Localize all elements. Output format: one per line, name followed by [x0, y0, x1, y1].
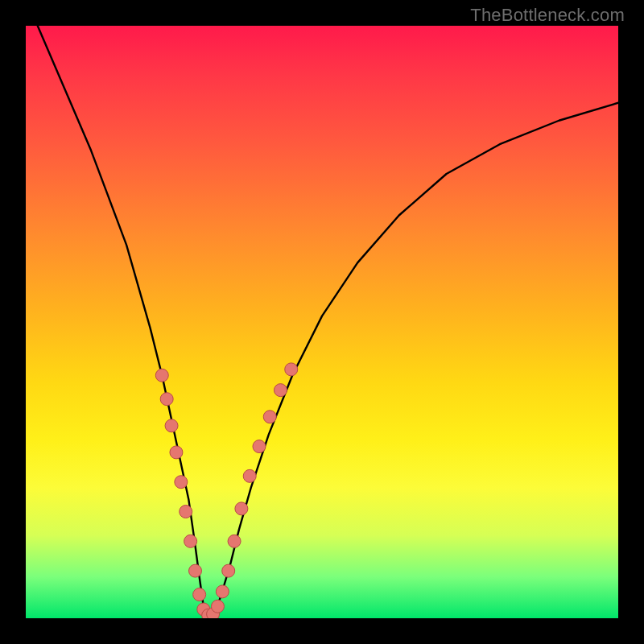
data-marker: [253, 440, 266, 453]
data-marker: [184, 535, 197, 547]
data-marker: [160, 393, 173, 406]
plot-area: [26, 26, 618, 618]
data-marker: [211, 600, 224, 613]
data-marker: [155, 369, 168, 382]
chart-frame: TheBottleneck.com: [0, 0, 644, 644]
data-marker: [222, 564, 235, 577]
data-marker: [175, 476, 188, 489]
data-marker: [170, 446, 183, 459]
data-marker: [274, 384, 287, 397]
data-marker: [228, 535, 241, 547]
data-marker: [285, 363, 298, 376]
data-marker: [216, 585, 229, 598]
data-marker: [189, 564, 202, 577]
chart-svg: [26, 26, 618, 618]
curve-line: [38, 26, 618, 615]
data-marker: [243, 469, 256, 482]
watermark-text: TheBottleneck.com: [470, 5, 625, 26]
data-marker: [193, 588, 206, 601]
data-marker: [165, 419, 178, 432]
data-marker: [263, 411, 276, 423]
data-marker: [180, 506, 192, 518]
data-marker: [235, 502, 248, 515]
